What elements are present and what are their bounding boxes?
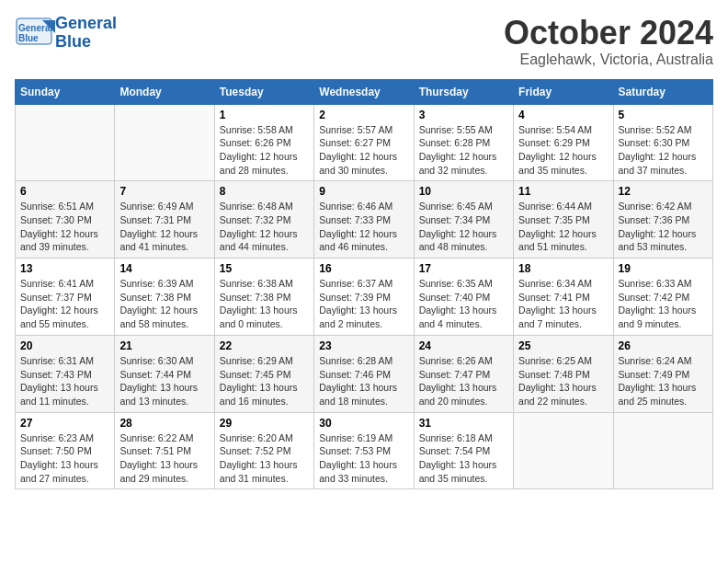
day-info: Sunrise: 6:31 AMSunset: 7:43 PMDaylight:… bbox=[20, 354, 109, 408]
day-info: Sunrise: 6:41 AMSunset: 7:37 PMDaylight:… bbox=[20, 277, 109, 331]
table-row: 17Sunrise: 6:35 AMSunset: 7:40 PMDayligh… bbox=[414, 259, 513, 336]
table-row: 10Sunrise: 6:45 AMSunset: 7:34 PMDayligh… bbox=[414, 181, 513, 259]
table-row: 28Sunrise: 6:22 AMSunset: 7:51 PMDayligh… bbox=[115, 412, 214, 489]
day-number: 15 bbox=[220, 262, 309, 275]
day-number: 6 bbox=[20, 185, 109, 198]
day-number: 7 bbox=[119, 185, 209, 198]
day-info: Sunrise: 6:18 AMSunset: 7:54 PMDaylight:… bbox=[419, 431, 508, 486]
col-tuesday: Tuesday bbox=[214, 79, 313, 104]
table-row: 24Sunrise: 6:26 AMSunset: 7:47 PMDayligh… bbox=[414, 335, 513, 412]
table-row: 26Sunrise: 6:24 AMSunset: 7:49 PMDayligh… bbox=[613, 335, 712, 412]
day-number: 17 bbox=[419, 262, 508, 275]
title-block: October 2024 Eaglehawk, Victoria, Austra… bbox=[504, 15, 713, 68]
day-number: 27 bbox=[20, 417, 109, 430]
day-info: Sunrise: 6:39 AMSunset: 7:38 PMDaylight:… bbox=[119, 277, 209, 331]
col-friday: Friday bbox=[514, 79, 613, 104]
weekday-header-row: Sunday Monday Tuesday Wednesday Thursday… bbox=[16, 79, 713, 104]
day-number: 8 bbox=[220, 185, 309, 198]
day-number: 30 bbox=[319, 417, 408, 430]
day-info: Sunrise: 6:30 AMSunset: 7:44 PMDaylight:… bbox=[119, 354, 209, 408]
table-row: 1Sunrise: 5:58 AMSunset: 6:26 PMDaylight… bbox=[214, 104, 313, 181]
day-info: Sunrise: 6:19 AMSunset: 7:53 PMDaylight:… bbox=[319, 431, 408, 486]
table-row: 9Sunrise: 6:46 AMSunset: 7:33 PMDaylight… bbox=[314, 181, 414, 259]
table-row: 4Sunrise: 5:54 AMSunset: 6:29 PMDaylight… bbox=[514, 104, 613, 181]
day-number: 16 bbox=[319, 262, 408, 275]
day-info: Sunrise: 6:24 AMSunset: 7:49 PMDaylight:… bbox=[619, 354, 708, 408]
day-info: Sunrise: 6:28 AMSunset: 7:46 PMDaylight:… bbox=[319, 354, 408, 408]
day-number: 19 bbox=[619, 262, 708, 275]
table-row: 8Sunrise: 6:48 AMSunset: 7:32 PMDaylight… bbox=[214, 181, 313, 259]
logo-icon: General Blue bbox=[15, 17, 51, 50]
table-row: 22Sunrise: 6:29 AMSunset: 7:45 PMDayligh… bbox=[214, 335, 313, 412]
page-header: General Blue General Blue October 2024 E… bbox=[15, 15, 713, 68]
table-row: 21Sunrise: 6:30 AMSunset: 7:44 PMDayligh… bbox=[115, 335, 214, 412]
day-number: 11 bbox=[518, 185, 608, 198]
table-row: 29Sunrise: 6:20 AMSunset: 7:52 PMDayligh… bbox=[214, 412, 313, 489]
day-info: Sunrise: 6:45 AMSunset: 7:34 PMDaylight:… bbox=[419, 200, 508, 254]
col-thursday: Thursday bbox=[414, 79, 513, 104]
table-row: 5Sunrise: 5:52 AMSunset: 6:30 PMDaylight… bbox=[613, 104, 712, 181]
day-number: 21 bbox=[119, 339, 209, 352]
day-info: Sunrise: 5:52 AMSunset: 6:30 PMDaylight:… bbox=[619, 123, 708, 178]
table-row: 13Sunrise: 6:41 AMSunset: 7:37 PMDayligh… bbox=[16, 259, 115, 336]
table-row: 12Sunrise: 6:42 AMSunset: 7:36 PMDayligh… bbox=[613, 181, 712, 259]
day-number: 29 bbox=[220, 417, 309, 430]
table-row bbox=[613, 412, 712, 489]
table-row: 7Sunrise: 6:49 AMSunset: 7:31 PMDaylight… bbox=[115, 181, 214, 259]
day-info: Sunrise: 5:55 AMSunset: 6:28 PMDaylight:… bbox=[419, 123, 508, 178]
table-row: 18Sunrise: 6:34 AMSunset: 7:41 PMDayligh… bbox=[514, 259, 613, 336]
table-row: 11Sunrise: 6:44 AMSunset: 7:35 PMDayligh… bbox=[514, 181, 613, 259]
day-info: Sunrise: 6:25 AMSunset: 7:48 PMDaylight:… bbox=[518, 354, 608, 408]
month-title: October 2024 bbox=[504, 15, 713, 52]
table-row: 16Sunrise: 6:37 AMSunset: 7:39 PMDayligh… bbox=[314, 259, 414, 336]
logo-text: General Blue bbox=[55, 15, 117, 52]
table-row bbox=[514, 412, 613, 489]
day-number: 9 bbox=[319, 185, 408, 198]
day-number: 31 bbox=[419, 417, 508, 430]
day-number: 23 bbox=[319, 339, 408, 352]
day-number: 28 bbox=[119, 417, 209, 430]
table-row: 15Sunrise: 6:38 AMSunset: 7:38 PMDayligh… bbox=[214, 259, 313, 336]
col-monday: Monday bbox=[115, 79, 214, 104]
day-info: Sunrise: 6:34 AMSunset: 7:41 PMDaylight:… bbox=[518, 277, 608, 331]
day-number: 20 bbox=[20, 339, 109, 352]
table-row: 6Sunrise: 6:51 AMSunset: 7:30 PMDaylight… bbox=[16, 181, 115, 259]
day-number: 1 bbox=[220, 109, 309, 121]
day-info: Sunrise: 6:42 AMSunset: 7:36 PMDaylight:… bbox=[619, 200, 708, 254]
table-row: 19Sunrise: 6:33 AMSunset: 7:42 PMDayligh… bbox=[613, 259, 712, 336]
table-row: 2Sunrise: 5:57 AMSunset: 6:27 PMDaylight… bbox=[314, 104, 414, 181]
table-row bbox=[115, 104, 214, 181]
day-number: 25 bbox=[518, 339, 608, 352]
location-subtitle: Eaglehawk, Victoria, Australia bbox=[504, 52, 713, 68]
day-info: Sunrise: 6:38 AMSunset: 7:38 PMDaylight:… bbox=[220, 277, 309, 331]
day-info: Sunrise: 6:29 AMSunset: 7:45 PMDaylight:… bbox=[220, 354, 309, 408]
day-info: Sunrise: 6:23 AMSunset: 7:50 PMDaylight:… bbox=[20, 431, 109, 486]
day-info: Sunrise: 6:35 AMSunset: 7:40 PMDaylight:… bbox=[419, 277, 508, 331]
day-number: 2 bbox=[319, 109, 408, 121]
day-info: Sunrise: 6:46 AMSunset: 7:33 PMDaylight:… bbox=[319, 200, 408, 254]
calendar-row-3: 13Sunrise: 6:41 AMSunset: 7:37 PMDayligh… bbox=[16, 259, 713, 336]
day-info: Sunrise: 6:22 AMSunset: 7:51 PMDaylight:… bbox=[119, 431, 209, 486]
calendar-row-1: 1Sunrise: 5:58 AMSunset: 6:26 PMDaylight… bbox=[16, 104, 713, 181]
day-info: Sunrise: 5:54 AMSunset: 6:29 PMDaylight:… bbox=[518, 123, 608, 178]
day-number: 14 bbox=[119, 262, 209, 275]
day-info: Sunrise: 6:48 AMSunset: 7:32 PMDaylight:… bbox=[220, 200, 309, 254]
calendar-row-2: 6Sunrise: 6:51 AMSunset: 7:30 PMDaylight… bbox=[16, 181, 713, 259]
col-saturday: Saturday bbox=[613, 79, 712, 104]
table-row: 31Sunrise: 6:18 AMSunset: 7:54 PMDayligh… bbox=[414, 412, 513, 489]
day-info: Sunrise: 6:37 AMSunset: 7:39 PMDaylight:… bbox=[319, 277, 408, 331]
col-wednesday: Wednesday bbox=[314, 79, 414, 104]
day-number: 18 bbox=[518, 262, 608, 275]
day-info: Sunrise: 6:33 AMSunset: 7:42 PMDaylight:… bbox=[619, 277, 708, 331]
day-info: Sunrise: 6:49 AMSunset: 7:31 PMDaylight:… bbox=[119, 200, 209, 254]
svg-text:Blue: Blue bbox=[18, 33, 39, 43]
table-row: 27Sunrise: 6:23 AMSunset: 7:50 PMDayligh… bbox=[16, 412, 115, 489]
day-number: 26 bbox=[619, 339, 708, 352]
table-row bbox=[16, 104, 115, 181]
calendar-table: Sunday Monday Tuesday Wednesday Thursday… bbox=[15, 79, 713, 490]
day-info: Sunrise: 5:57 AMSunset: 6:27 PMDaylight:… bbox=[319, 123, 408, 178]
table-row: 25Sunrise: 6:25 AMSunset: 7:48 PMDayligh… bbox=[514, 335, 613, 412]
calendar-row-4: 20Sunrise: 6:31 AMSunset: 7:43 PMDayligh… bbox=[16, 335, 713, 412]
day-number: 4 bbox=[518, 109, 608, 121]
day-info: Sunrise: 6:26 AMSunset: 7:47 PMDaylight:… bbox=[419, 354, 508, 408]
